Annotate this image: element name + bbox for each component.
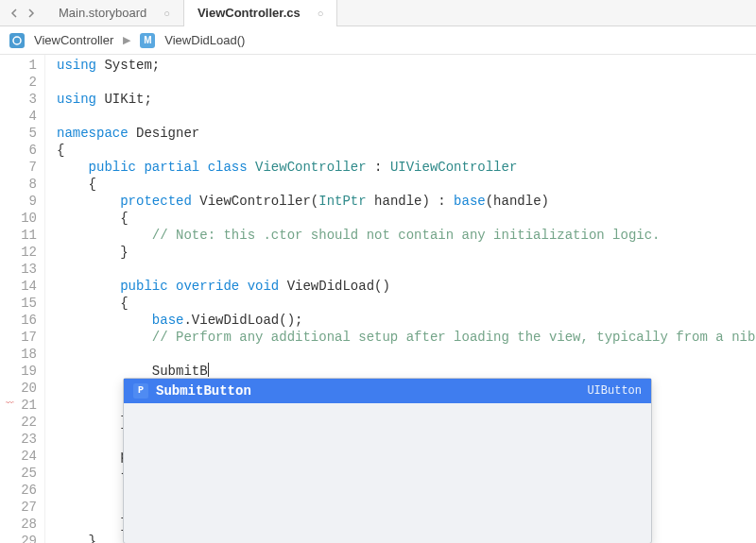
nav-back-button[interactable] [6, 5, 23, 22]
line-number: 11 [0, 227, 44, 244]
code-line[interactable]: base.ViewDidLoad(); [57, 312, 756, 329]
code-line[interactable] [57, 74, 756, 91]
line-number: 23 [0, 431, 44, 448]
breadcrumb-method[interactable]: ViewDidLoad() [164, 33, 245, 47]
line-number: 9 [0, 193, 44, 210]
line-number: 22 [0, 414, 44, 431]
line-number: 12 [0, 244, 44, 261]
tab-bar: Main.storyboard ○ ViewController.cs ○ [0, 0, 756, 26]
line-number: 27 [0, 499, 44, 516]
breadcrumb-class[interactable]: ViewController [34, 33, 113, 47]
code-line[interactable]: { [57, 142, 756, 159]
code-line[interactable]: // Note: this .ctor should not contain a… [57, 227, 756, 244]
autocomplete-popup[interactable]: P SubmitButton UIButton [123, 378, 652, 543]
line-number: 16 [0, 312, 44, 329]
close-icon[interactable]: ○ [318, 8, 324, 19]
line-number: 19 [0, 363, 44, 380]
code-line[interactable]: public override void ViewDidLoad() [57, 278, 756, 295]
code-line[interactable] [57, 346, 756, 363]
autocomplete-body [124, 403, 651, 543]
line-number: 2 [0, 74, 44, 91]
line-number: 8 [0, 176, 44, 193]
code-line[interactable]: { [57, 295, 756, 312]
tab-label: Main.storyboard [59, 6, 146, 20]
tab-nav [0, 5, 45, 22]
code-line[interactable]: } [57, 244, 756, 261]
line-number: 20 [0, 380, 44, 397]
code-line[interactable]: namespace Designer [57, 125, 756, 142]
code-line[interactable] [57, 261, 756, 278]
code-line[interactable]: protected ViewController(IntPtr handle) … [57, 193, 756, 210]
tab-main-storyboard[interactable]: Main.storyboard ○ [45, 0, 184, 26]
line-number: 25 [0, 465, 44, 482]
code-line[interactable] [57, 108, 756, 125]
line-number: 13 [0, 261, 44, 278]
line-number: 14 [0, 278, 44, 295]
error-icon: 〰 [6, 396, 14, 413]
chevron-left-icon [10, 8, 18, 18]
breadcrumb-separator-icon: ▶ [123, 34, 130, 46]
class-icon [9, 33, 25, 48]
autocomplete-type: UIButton [587, 382, 642, 399]
chevron-right-icon [27, 8, 35, 18]
line-number: 24 [0, 448, 44, 465]
line-number: 15 [0, 295, 44, 312]
autocomplete-label: SubmitButton [156, 382, 587, 399]
line-number-gutter: 123456789101112131415161718192021〰222324… [0, 55, 45, 543]
code-line[interactable]: { [57, 210, 756, 227]
line-number: 1 [0, 57, 44, 74]
line-number: 26 [0, 482, 44, 499]
line-number: 3 [0, 91, 44, 108]
line-number: 29 [0, 533, 44, 543]
line-number: 5 [0, 125, 44, 142]
code-line[interactable]: public partial class ViewController : UI… [57, 159, 756, 176]
text-caret [208, 363, 209, 377]
line-number: 21〰 [0, 397, 44, 414]
line-number: 18 [0, 346, 44, 363]
tab-viewcontroller[interactable]: ViewController.cs ○ [184, 0, 338, 26]
autocomplete-item[interactable]: P SubmitButton UIButton [124, 379, 651, 403]
nav-forward-button[interactable] [23, 5, 40, 22]
line-number: 7 [0, 159, 44, 176]
property-icon: P [133, 383, 148, 399]
code-editor[interactable]: 123456789101112131415161718192021〰222324… [0, 55, 756, 543]
line-number: 6 [0, 142, 44, 159]
breadcrumb: ViewController ▶ M ViewDidLoad() [0, 26, 756, 55]
line-number: 28 [0, 516, 44, 533]
line-number: 10 [0, 210, 44, 227]
close-icon[interactable]: ○ [163, 8, 170, 19]
code-line[interactable]: { [57, 176, 756, 193]
line-number: 4 [0, 108, 44, 125]
tab-label: ViewController.cs [198, 6, 301, 20]
code-line[interactable]: using System; [57, 57, 756, 74]
svg-point-0 [13, 37, 21, 44]
code-line[interactable]: using UIKit; [57, 91, 756, 108]
code-line[interactable]: // Perform any additional setup after lo… [57, 329, 756, 346]
method-icon: M [140, 33, 155, 48]
line-number: 17 [0, 329, 44, 346]
